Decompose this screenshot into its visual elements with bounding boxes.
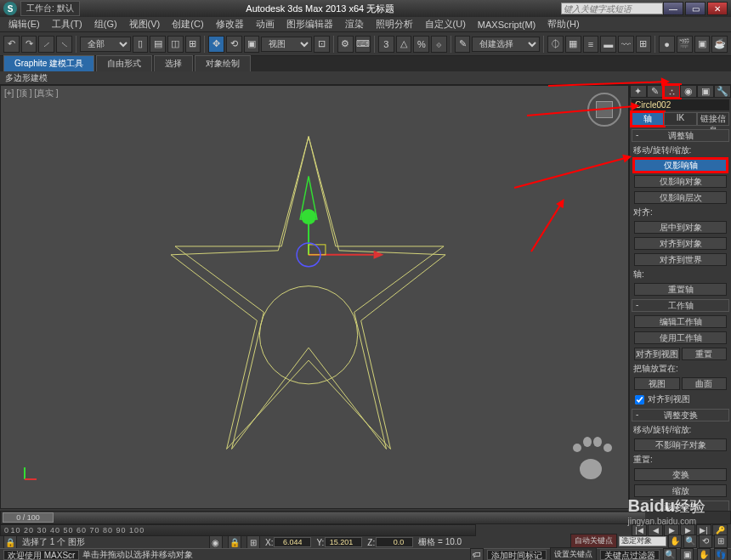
tab-create-icon[interactable]: ✦	[630, 85, 647, 98]
btn-align-to-object[interactable]: 对齐到对象	[634, 237, 727, 250]
abs-rel-icon[interactable]: ⊞	[246, 535, 260, 549]
workspace-dropdown[interactable]: 工作台: 默认	[20, 1, 80, 16]
move-gizmo[interactable]	[297, 176, 383, 266]
object-name-field[interactable]: Circle002	[632, 99, 729, 110]
btn-dont-affect-children[interactable]: 不影响子对象	[634, 438, 727, 451]
keyboard-button[interactable]: ⌨	[355, 36, 371, 53]
btn-align-to-world[interactable]: 对齐到世界	[634, 253, 727, 266]
render-frame-button[interactable]: ▣	[694, 36, 711, 53]
time-slider[interactable]: 0 / 100	[0, 511, 731, 524]
ribbon-tab-paint[interactable]: 对象绘制	[195, 55, 251, 71]
sel-lock-icon[interactable]: 🔒	[228, 535, 241, 549]
tab-display-icon[interactable]: ▣	[697, 85, 714, 98]
btn-reset-pivot[interactable]: 重置轴	[634, 283, 727, 296]
auto-key-button[interactable]: 自动关键点	[570, 534, 617, 548]
nav-pan2-icon[interactable]: ✋	[697, 548, 711, 561]
nav-zoom-icon[interactable]: 🔍	[683, 535, 697, 548]
maximize-button[interactable]: ▭	[685, 2, 706, 15]
subtab-ik[interactable]: IK	[664, 112, 696, 126]
named-selection-dropdown[interactable]: 创建选择集	[472, 37, 540, 52]
undo-button[interactable]: ↶	[3, 36, 20, 53]
menu-group[interactable]: 组(G)	[89, 17, 122, 31]
ribbon-tab-freeform[interactable]: 自由形式	[96, 55, 152, 71]
material-editor-button[interactable]: ●	[659, 36, 675, 53]
x-coord-field[interactable]: X:	[265, 537, 311, 547]
tab-hierarchy-icon[interactable]: ⛬	[664, 85, 681, 98]
time-tag-icon[interactable]: 🏷	[470, 548, 484, 561]
menu-help[interactable]: 帮助(H)	[542, 17, 584, 31]
key-filters-button[interactable]: 关键点过滤器	[600, 550, 660, 560]
render-setup-button[interactable]: 🎬	[677, 36, 693, 53]
move-button[interactable]: ✥	[208, 36, 224, 53]
tab-utilities-icon[interactable]: 🔧	[714, 85, 731, 98]
menu-tools[interactable]: 工具(T)	[47, 17, 88, 31]
window-crossing-button[interactable]: ⊞	[185, 36, 201, 53]
tab-motion-icon[interactable]: ◉	[680, 85, 697, 98]
nav-pan-icon[interactable]: ✋	[668, 535, 682, 548]
align-button[interactable]: ▦	[565, 36, 581, 53]
ribbon-button[interactable]: ▬	[600, 36, 616, 53]
spinner-snap-button[interactable]: ⟐	[431, 36, 447, 53]
lock-selection-icon[interactable]: 🔒	[3, 535, 17, 549]
nav-zoom2-icon[interactable]: 🔍	[663, 548, 677, 561]
star-shape[interactable]	[171, 137, 445, 450]
pivot-center-button[interactable]: ⊡	[314, 36, 330, 53]
viewport[interactable]: [+] [顶 ] [真实 ]	[0, 85, 629, 509]
btn-affect-object-only[interactable]: 仅影响对象	[634, 175, 727, 188]
subtab-linkinfo[interactable]: 链接信息	[697, 112, 729, 126]
btn-place-view[interactable]: 视图	[634, 377, 680, 390]
rotate-button[interactable]: ⟲	[226, 36, 242, 53]
selection-filter-dropdown[interactable]: 全部	[80, 37, 131, 52]
nav-max-icon[interactable]: ⊞	[714, 535, 728, 548]
menu-lighting[interactable]: 照明分析	[371, 17, 418, 31]
unlink-button[interactable]: ⟍	[56, 36, 72, 53]
rollout-adjust-pivot[interactable]: 调整轴	[632, 129, 729, 142]
layers-button[interactable]: ≡	[583, 36, 599, 53]
schematic-button[interactable]: ⊞	[636, 36, 652, 53]
menu-edit[interactable]: 编辑(E)	[3, 17, 45, 31]
ref-coord-dropdown[interactable]: 视图	[261, 37, 312, 52]
rollout-adjust-transform[interactable]: 调整变换	[632, 409, 729, 421]
maxscript-listener[interactable]: 欢迎使用 MAXScr	[3, 550, 79, 560]
ribbon-tab-graphite[interactable]: Graphite 建模工具	[3, 55, 94, 71]
time-slider-thumb[interactable]: 0 / 100	[3, 512, 54, 523]
btn-edit-working-pivot[interactable]: 编辑工作轴	[634, 315, 727, 328]
viewcube[interactable]	[587, 93, 621, 127]
redo-button[interactable]: ↷	[21, 36, 37, 53]
menu-maxscript[interactable]: MAXScript(M)	[473, 19, 541, 31]
btn-use-working-pivot[interactable]: 使用工作轴	[634, 331, 727, 344]
menu-create[interactable]: 创建(C)	[167, 17, 208, 31]
app-logo-icon[interactable]: S	[3, 2, 17, 15]
btn-reset-transform[interactable]: 变换	[634, 468, 727, 481]
menu-rendering[interactable]: 渲染	[340, 17, 369, 31]
btn-place-surface[interactable]: 曲面	[682, 377, 728, 390]
select-region-button[interactable]: ◫	[167, 36, 184, 53]
menu-customize[interactable]: 自定义(U)	[420, 17, 471, 31]
btn-reset-scale[interactable]: 缩放	[634, 484, 727, 497]
btn-reset-wp[interactable]: 重置	[682, 348, 728, 360]
rollout-working-pivot[interactable]: 工作轴	[632, 299, 729, 312]
z-coord-field[interactable]: Z:	[367, 537, 413, 547]
y-coord-field[interactable]: Y:	[316, 537, 362, 547]
edit-sel-set-button[interactable]: ✎	[455, 36, 471, 53]
manipulate-button[interactable]: ⚙	[337, 36, 354, 53]
btn-align-to-view[interactable]: 对齐到视图	[634, 348, 680, 360]
render-button[interactable]: ☕	[711, 36, 728, 53]
nav-orbit-icon[interactable]: ⟲	[699, 535, 712, 548]
nav-fov-icon[interactable]: ▣	[680, 548, 694, 561]
menu-modifiers[interactable]: 修改器	[211, 17, 249, 31]
select-button[interactable]: ▯	[133, 36, 149, 53]
nav-walk-icon[interactable]: 👣	[714, 548, 728, 561]
btn-center-to-object[interactable]: 居中到对象	[634, 221, 727, 234]
close-button[interactable]: ✕	[707, 2, 728, 15]
subtab-pivot[interactable]: 轴	[632, 112, 664, 126]
add-time-tag[interactable]: 添加时间标记	[487, 550, 547, 560]
percent-snap-button[interactable]: %	[413, 36, 429, 53]
menu-graph[interactable]: 图形编辑器	[281, 17, 338, 31]
btn-affect-hierarchy-only[interactable]: 仅影响层次	[634, 191, 727, 204]
tab-modify-icon[interactable]: ✎	[647, 85, 664, 98]
circle-shape[interactable]	[259, 286, 357, 384]
mirror-button[interactable]: ⏀	[547, 36, 564, 53]
selection-set-field[interactable]	[619, 536, 666, 546]
menu-views[interactable]: 视图(V)	[124, 17, 166, 31]
